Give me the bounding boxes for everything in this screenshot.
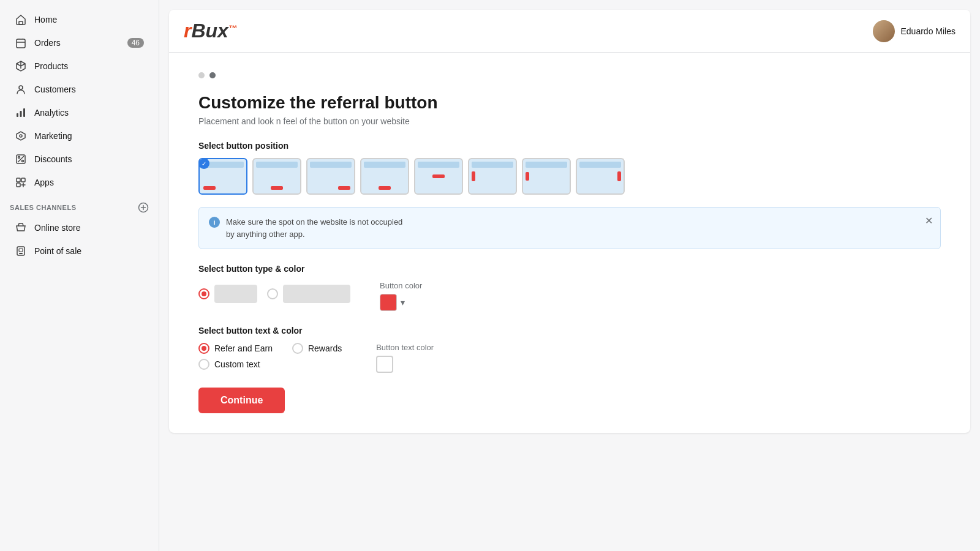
- sidebar-item-analytics[interactable]: Analytics: [5, 102, 154, 124]
- text-color-box[interactable]: [376, 356, 393, 373]
- sidebar-online-store-label: Online store: [34, 223, 80, 233]
- svg-point-7: [18, 157, 20, 159]
- position-option-8[interactable]: [576, 158, 625, 195]
- position-option-2[interactable]: [252, 158, 301, 195]
- main-content: rBux™ Eduardo Miles Customize the refer: [159, 0, 980, 551]
- pos-btn-indicator: [617, 171, 621, 181]
- info-box: i Make sure the spot on the website is n…: [198, 207, 941, 249]
- chevron-down-icon[interactable]: [401, 297, 405, 308]
- text-option-custom[interactable]: Custom text: [198, 359, 260, 370]
- text-options: Refer and Earn Rewards Custom text: [198, 343, 342, 370]
- text-color-section: Button text color: [376, 343, 434, 373]
- info-icon: i: [209, 217, 220, 228]
- radio-rewards-icon: [292, 343, 303, 354]
- svg-point-2: [19, 86, 23, 89]
- sidebar-item-home[interactable]: Home: [5, 9, 154, 31]
- position-option-1[interactable]: ✓: [198, 158, 247, 195]
- text-option-refer-label: Refer and Earn: [214, 343, 273, 353]
- color-swatch[interactable]: [380, 294, 397, 311]
- pos-btn-indicator: [526, 172, 529, 181]
- marketing-icon: [15, 130, 27, 142]
- user-info: Eduardo Miles: [873, 20, 956, 42]
- sales-channels-label: SALES CHANNELS: [10, 204, 77, 211]
- position-option-4[interactable]: [360, 158, 409, 195]
- radio-unselected-icon: [267, 288, 278, 299]
- app-body: Customize the referral button Placement …: [169, 53, 970, 433]
- apps-icon: [15, 176, 27, 189]
- sidebar-item-online-store[interactable]: Online store: [5, 217, 154, 239]
- svg-point-8: [22, 160, 24, 162]
- page-subtitle: Placement and look n feel of the button …: [198, 116, 941, 126]
- pos-header-bar: [472, 162, 513, 168]
- add-sales-channel-icon[interactable]: [138, 202, 149, 213]
- button-preview-small: [214, 285, 257, 303]
- svg-point-6: [20, 135, 22, 137]
- pos-icon: [15, 245, 27, 257]
- svg-rect-1: [17, 39, 25, 48]
- text-option-custom-label: Custom text: [214, 359, 260, 369]
- avatar: [873, 20, 895, 42]
- button-preview-large: [283, 285, 350, 303]
- info-text: Make sure the spot on the website is not…: [226, 216, 930, 240]
- position-option-3[interactable]: [306, 158, 355, 195]
- button-color-label: Button color: [380, 281, 422, 290]
- pos-btn-indicator: [203, 186, 216, 190]
- sidebar-item-pos[interactable]: Point of sale: [5, 240, 154, 262]
- analytics-icon: [15, 107, 27, 119]
- sales-channels-section: SALES CHANNELS: [0, 195, 159, 216]
- position-option-7[interactable]: [522, 158, 571, 195]
- sidebar: Home Orders 46 Products: [0, 0, 159, 551]
- pos-header-bar: [579, 162, 621, 168]
- text-option-refer[interactable]: Refer and Earn: [198, 343, 273, 354]
- sidebar-analytics-label: Analytics: [34, 108, 69, 118]
- position-option-5[interactable]: [414, 158, 463, 195]
- svg-rect-12: [17, 183, 20, 187]
- app-logo: rBux™: [184, 20, 237, 42]
- position-option-6[interactable]: [468, 158, 517, 195]
- sidebar-item-customers[interactable]: Customers: [5, 78, 154, 100]
- svg-rect-15: [19, 253, 23, 254]
- step-dot-1: [198, 72, 205, 78]
- sidebar-item-apps[interactable]: Apps: [5, 171, 154, 193]
- pos-btn-indicator: [472, 171, 475, 181]
- text-options-row-2: Custom text: [198, 359, 342, 370]
- button-type-selector: [198, 285, 350, 303]
- position-label: Select button position: [198, 141, 941, 151]
- user-name: Eduardo Miles: [901, 26, 956, 36]
- online-store-icon: [15, 222, 27, 234]
- customers-icon: [15, 83, 27, 96]
- pos-btn-indicator: [271, 186, 283, 190]
- sidebar-item-orders[interactable]: Orders 46: [5, 32, 154, 54]
- page-title: Customize the referral button: [198, 93, 941, 113]
- text-option-rewards[interactable]: Rewards: [292, 343, 342, 354]
- sidebar-item-discounts[interactable]: Discounts: [5, 148, 154, 170]
- radio-custom-icon: [198, 359, 209, 370]
- discounts-icon: [15, 153, 27, 165]
- radio-refer-icon: [198, 343, 209, 354]
- sidebar-item-marketing[interactable]: Marketing: [5, 125, 154, 147]
- sidebar-apps-label: Apps: [34, 178, 54, 187]
- continue-button[interactable]: Continue: [198, 388, 285, 413]
- svg-rect-3: [17, 113, 18, 117]
- svg-rect-11: [21, 178, 25, 182]
- sidebar-home-label: Home: [34, 15, 57, 24]
- text-options-row-1: Refer and Earn Rewards: [198, 343, 342, 354]
- sidebar-orders-label: Orders: [34, 38, 61, 48]
- sidebar-marketing-label: Marketing: [34, 131, 72, 141]
- info-close-button[interactable]: ✕: [925, 215, 933, 227]
- pos-btn-indicator: [432, 174, 445, 178]
- button-type-option-2[interactable]: [267, 285, 350, 303]
- sidebar-item-products[interactable]: Products: [5, 55, 154, 77]
- text-color-label: Button text color: [376, 343, 434, 352]
- svg-rect-16: [19, 249, 23, 252]
- position-selector: ✓: [198, 158, 941, 197]
- sidebar-discounts-label: Discounts: [34, 154, 72, 164]
- button-type-option-1[interactable]: [198, 285, 257, 303]
- home-icon: [15, 13, 27, 26]
- step-dot-2: [209, 72, 216, 78]
- button-text-label: Select button text & color: [198, 326, 941, 335]
- radio-selected-icon: [198, 288, 209, 299]
- pos-header-bar: [418, 162, 459, 168]
- app-header: rBux™ Eduardo Miles: [169, 10, 970, 53]
- products-icon: [15, 60, 27, 72]
